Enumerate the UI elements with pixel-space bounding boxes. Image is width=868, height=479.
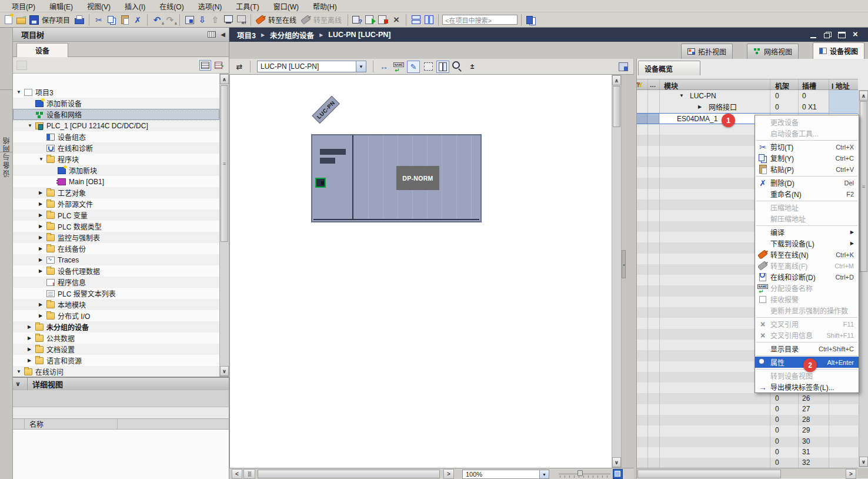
overview-hscroll-thumb[interactable] — [637, 470, 781, 478]
save-project-label[interactable]: 保存项目 — [42, 15, 70, 25]
menubar-item[interactable]: 编辑(E) — [42, 0, 80, 12]
tree-item[interactable]: 添加新块 — [13, 165, 219, 176]
show-catalog-menu-item[interactable]: 显示目录Ctrl+Shift+C — [755, 343, 859, 354]
zoom-slider[interactable] — [559, 468, 610, 479]
tree-item[interactable]: ▼程序块 — [13, 154, 219, 165]
tree-item[interactable]: ▶PLC 变量 — [13, 209, 219, 221]
go-online-menu-item[interactable]: 转至在线(N)Ctrl+K — [755, 249, 859, 260]
tree-item[interactable]: 添加新设备 — [13, 98, 219, 109]
diagnostics-icon[interactable] — [352, 14, 363, 25]
go-online-icon[interactable] — [255, 14, 266, 25]
expand-arrow[interactable]: ▶ — [28, 358, 35, 363]
menubar-item[interactable]: 视图(V) — [80, 0, 118, 12]
device-module-graphic[interactable]: DP-NORM — [311, 134, 482, 222]
tree-item[interactable]: ▶本地模块 — [13, 299, 219, 310]
stop-cpu-icon[interactable] — [378, 14, 389, 25]
tree-scrollbar-thumb[interactable]: ≡ — [221, 85, 228, 242]
tree-scrollbar[interactable]: ∧ ≡ ∨ — [219, 74, 229, 377]
splitter-handle[interactable]: ◂ — [622, 250, 626, 278]
edit-mode-icon[interactable] — [407, 61, 420, 73]
print-icon[interactable] — [74, 14, 85, 25]
close-icon[interactable] — [852, 32, 860, 38]
expand-arrow[interactable]: ▶ — [39, 246, 46, 251]
expand-arrow[interactable]: ▼ — [39, 157, 46, 162]
collapse-panel-icon[interactable]: ◀ — [221, 31, 225, 38]
overview-row[interactable]: 027 — [637, 404, 858, 415]
expand-arrow[interactable]: ▶ — [39, 224, 46, 229]
cut-icon[interactable] — [93, 14, 105, 25]
zoom-plusminus-icon[interactable] — [466, 61, 479, 73]
tree-item[interactable]: PLC 报警文本列表 — [13, 288, 219, 299]
copy-menu-item[interactable]: 复制(Y)Ctrl+C — [755, 152, 859, 164]
scroll-up-icon[interactable]: ∧ — [612, 75, 621, 85]
expand-arrow[interactable]: ▶ — [39, 302, 46, 307]
export-module-labels-menu-item[interactable]: 导出模块标签条(L)... — [755, 381, 859, 392]
scroll-right-icon[interactable]: > — [443, 469, 454, 479]
expand-arrow[interactable]: ▶ — [698, 101, 702, 112]
go-offline-label[interactable]: 转至离线 — [313, 15, 342, 25]
hscroll-grip[interactable] — [243, 469, 255, 479]
chevron-down-icon[interactable]: ∨ — [15, 380, 27, 388]
tree-item[interactable]: ▶文档设置 — [13, 344, 219, 355]
expand-arrow[interactable]: ▶ — [39, 313, 46, 318]
zoom-slider-knob[interactable] — [577, 470, 583, 476]
breadcrumb-device[interactable]: LUC-PN [LUC-PN] — [328, 31, 390, 39]
copy-icon[interactable] — [106, 14, 118, 25]
overview-row[interactable]: 031 — [637, 447, 858, 458]
project-search-input[interactable] — [442, 15, 518, 25]
device-name-plate[interactable]: LUC-PN — [312, 96, 339, 124]
tree-item[interactable]: ▼在线访问 — [13, 366, 219, 377]
rail-devices-networks-tab[interactable]: 设备与网络 — [2, 136, 12, 177]
go-offline-icon[interactable] — [300, 14, 312, 25]
scroll-down-icon[interactable]: ∨ — [220, 366, 229, 376]
overview-row[interactable]: ▼LUC-PN00 — [637, 90, 858, 101]
expand-arrow[interactable]: ▼ — [28, 123, 35, 128]
simulation-icon[interactable] — [222, 14, 234, 25]
expand-arrow[interactable]: ▶ — [39, 190, 46, 195]
tab-devices[interactable]: 设备 — [16, 43, 68, 57]
overview-row[interactable]: 032 — [637, 458, 858, 468]
fit-width-icon[interactable] — [378, 61, 390, 73]
scroll-down-icon[interactable]: ∨ — [859, 457, 868, 467]
overview-vscroll-thumb[interactable]: ≡ — [860, 101, 867, 272]
ethernet-port-icon[interactable] — [315, 178, 326, 188]
undo-icon[interactable] — [151, 14, 163, 25]
download-icon[interactable] — [196, 14, 208, 25]
menubar-item[interactable]: 窗口(W) — [266, 0, 306, 12]
compile-menu-item[interactable]: 编译▶ — [755, 227, 859, 238]
scroll-left-icon[interactable]: < — [232, 469, 242, 479]
tree-item[interactable]: ▶公共数据 — [13, 332, 219, 344]
save-project-icon[interactable] — [28, 14, 40, 25]
tab-device-overview[interactable]: 设备概览 — [638, 61, 700, 75]
tree-item[interactable]: ▶PLC 数据类型 — [13, 221, 219, 232]
overview-horizontal-scrollbar[interactable]: > — [637, 468, 858, 478]
tree-item[interactable]: Main [OB1] — [13, 176, 219, 187]
maximize-icon[interactable] — [838, 32, 846, 38]
runtime-icon[interactable] — [235, 14, 247, 25]
start-cpu-icon[interactable] — [365, 14, 376, 25]
expand-arrow[interactable]: ▶ — [39, 257, 46, 262]
expand-arrow[interactable]: ▶ — [28, 347, 35, 352]
disconnect-icon[interactable] — [390, 14, 402, 25]
overview-vertical-scrollbar[interactable]: ∧ ≡ ∨ — [859, 90, 868, 467]
grid-icon[interactable] — [422, 61, 435, 73]
properties-window-icon[interactable] — [617, 61, 630, 73]
tree-item[interactable]: ▶监控与强制表 — [13, 232, 219, 243]
tree-item[interactable]: ▶未分组的设备 — [13, 321, 219, 332]
expand-arrow[interactable]: ▶ — [28, 335, 35, 341]
chevron-down-icon[interactable]: ▼ — [356, 61, 366, 72]
expand-arrow[interactable]: ▶ — [39, 201, 46, 207]
tab-设备视图[interactable]: 设备视图 — [813, 42, 864, 59]
split-horizontal-icon[interactable] — [410, 14, 422, 25]
tree-item[interactable]: ▶外部源文件 — [13, 198, 219, 209]
overview-row[interactable]: 030 — [637, 437, 858, 447]
expand-arrow[interactable]: ▼ — [16, 89, 24, 95]
tree-item[interactable]: ▼PLC_1 [CPU 1214C DC/DC/DC] — [13, 120, 219, 131]
menubar-item[interactable]: 项目(P) — [5, 0, 42, 12]
compile-icon[interactable] — [183, 14, 195, 25]
fit-to-view-icon[interactable] — [613, 469, 623, 479]
cross-reference-icon[interactable] — [525, 14, 537, 25]
panes-icon[interactable] — [436, 61, 449, 73]
rename-menu-item[interactable]: 重命名(N)F2 — [755, 188, 859, 199]
breadcrumb-group[interactable]: 未分组的设备 — [270, 29, 314, 41]
